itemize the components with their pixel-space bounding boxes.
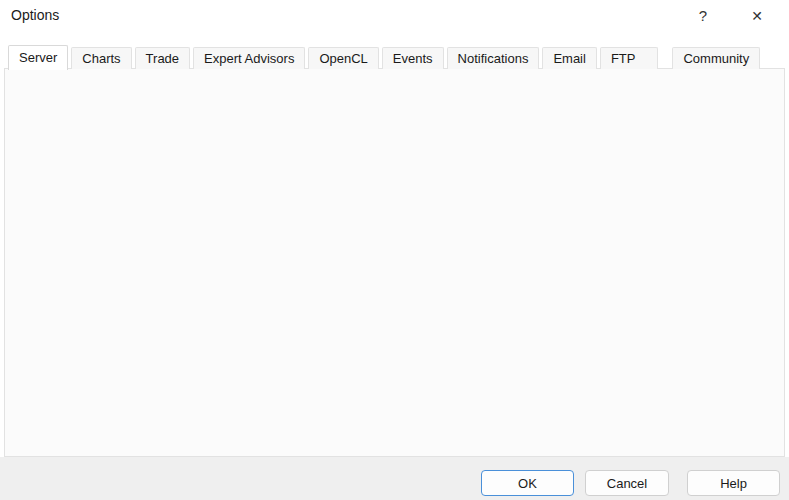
- window-title: Options: [11, 7, 59, 23]
- close-icon[interactable]: ✕: [738, 2, 776, 30]
- tab-community[interactable]: Community: [672, 47, 760, 69]
- options-dialog: Options ? ✕ ServerChartsTradeExpert Advi…: [0, 0, 789, 500]
- cancel-button[interactable]: Cancel: [585, 470, 669, 496]
- tab-notifications[interactable]: Notifications: [447, 47, 540, 69]
- tab-bar: ServerChartsTradeExpert AdvisorsOpenCLEv…: [8, 44, 760, 69]
- help-button[interactable]: Help: [687, 470, 780, 496]
- title-bar: Options ? ✕: [0, 0, 789, 34]
- ok-button[interactable]: OK: [481, 470, 574, 496]
- tab-ftp[interactable]: FTP: [600, 47, 659, 69]
- tab-email[interactable]: Email: [542, 47, 597, 69]
- tab-opencl[interactable]: OpenCL: [308, 47, 378, 69]
- tab-events[interactable]: Events: [382, 47, 444, 69]
- tab-charts[interactable]: Charts: [71, 47, 131, 69]
- help-icon[interactable]: ?: [684, 2, 722, 30]
- tab-expert-advisors[interactable]: Expert Advisors: [193, 47, 305, 69]
- tab-trade[interactable]: Trade: [135, 47, 190, 69]
- server-tab-panel: [4, 68, 785, 457]
- tab-server[interactable]: Server: [8, 45, 68, 70]
- footer-bar: [0, 457, 789, 500]
